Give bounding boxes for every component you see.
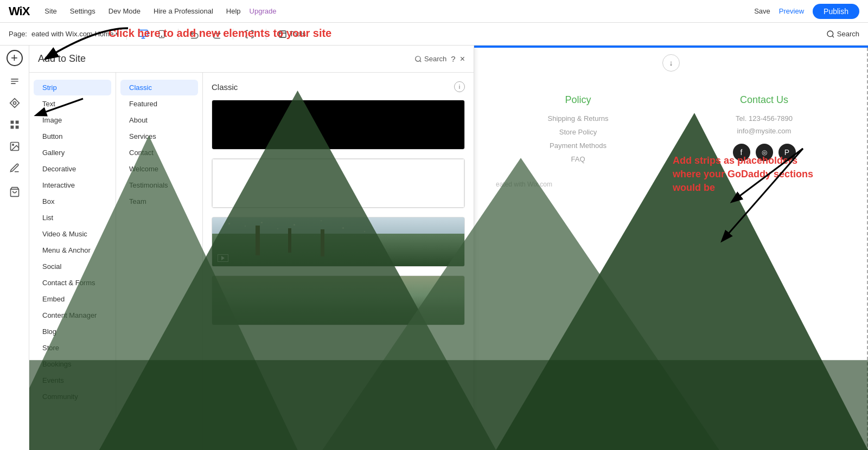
svg-point-2: [162, 36, 162, 36]
add-elements-button[interactable]: +: [7, 50, 23, 66]
nav-hire[interactable]: Hire a Professional: [149, 5, 218, 17]
svg-rect-0: [139, 30, 148, 36]
fit-page-button[interactable]: [241, 25, 258, 43]
sidebar-pen-icon[interactable]: [5, 158, 24, 178]
toolbar-separator: [126, 29, 127, 40]
wix-logo: WiX: [9, 4, 29, 18]
add-to-site-panel: Add to Site Search ? × Strip Text Image …: [29, 46, 474, 450]
page-name: eated with Wix.com: [31, 30, 93, 38]
sidebar-text-icon[interactable]: [5, 72, 24, 91]
publish-button[interactable]: Publish: [813, 4, 859, 19]
tools-label: Tools: [289, 30, 305, 38]
redo-button[interactable]: [208, 25, 225, 43]
sidebar-apps-icon[interactable]: [5, 115, 24, 134]
undo-button[interactable]: [186, 25, 203, 43]
panel-columns: Strip Text Image Button Gallery Decorati…: [29, 73, 474, 450]
toolbar-separator-4: [266, 29, 266, 40]
toolbar-separator-2: [178, 29, 178, 40]
svg-rect-8: [10, 126, 14, 129]
top-nav: WiX Site Settings Dev Mode Hire a Profes…: [0, 0, 868, 23]
page-label: Page:: [9, 30, 27, 38]
svg-rect-9: [15, 126, 18, 129]
template-classic-4[interactable]: [212, 275, 465, 325]
mobile-view-button[interactable]: [153, 25, 170, 43]
template-mountains-bg: [212, 276, 464, 325]
page-selector[interactable]: eated with Wix.com Home ▾: [31, 30, 119, 38]
svg-point-4: [827, 31, 833, 37]
nav-devmode[interactable]: Dev Mode: [104, 5, 145, 17]
desktop-view-button[interactable]: [135, 25, 152, 43]
chevron-down-icon: ▾: [116, 30, 119, 37]
sidebar-media-icon[interactable]: [5, 137, 24, 156]
secondary-toolbar: Page: eated with Wix.com Home ▾: [0, 23, 868, 46]
nav-settings[interactable]: Settings: [66, 5, 100, 17]
svg-rect-3: [279, 31, 286, 37]
preview-button[interactable]: Preview: [779, 7, 804, 15]
main-layout: + Add to Site: [0, 46, 868, 450]
tools-button[interactable]: Tools: [274, 28, 310, 41]
nav-site[interactable]: Site: [40, 5, 61, 17]
left-sidebar: +: [0, 46, 29, 450]
nav-help[interactable]: Help: [222, 5, 245, 17]
template-preview-4: [212, 275, 465, 325]
search-label: Search: [837, 30, 859, 38]
svg-point-5: [13, 102, 16, 105]
svg-point-11: [12, 144, 13, 146]
toolbar-right: Search: [826, 30, 859, 38]
sidebar-paint-icon[interactable]: [5, 93, 24, 113]
search-toolbar-button[interactable]: Search: [826, 30, 859, 38]
view-toggle-group: [135, 25, 170, 43]
toolbar-separator-3: [233, 29, 233, 40]
sidebar-store-icon[interactable]: [5, 182, 24, 202]
save-button[interactable]: Save: [754, 7, 770, 15]
page-name-display: Home: [95, 30, 114, 38]
templates-area: Classic i: [203, 73, 474, 450]
svg-rect-7: [15, 121, 18, 124]
nav-upgrade[interactable]: Upgrade: [250, 7, 277, 15]
svg-rect-6: [10, 121, 14, 124]
